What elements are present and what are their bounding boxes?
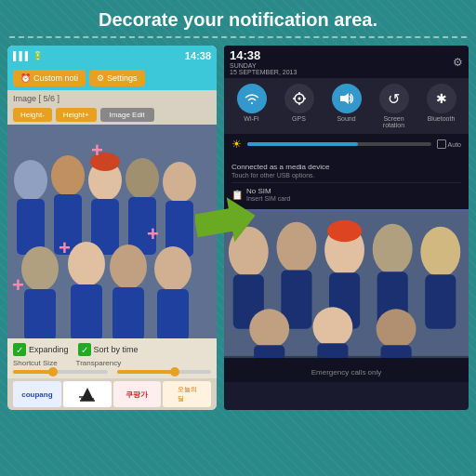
left-time: 14:38: [185, 50, 211, 61]
transparency-slider[interactable]: [117, 370, 212, 374]
usb-notif-title: Connected as a media device: [231, 162, 461, 172]
svg-rect-13: [24, 289, 56, 338]
ad-coupang2[interactable]: 쿠팡가: [113, 381, 162, 407]
alarm-icon: ⏰: [20, 73, 31, 83]
right-panel: 14:38 SUNDAY 15 SEPTEMBER, 2013 ⚙ Wi-Fi: [224, 46, 469, 410]
sort-label: Sort by time: [94, 345, 139, 354]
quick-settings-bar: Wi-Fi GPS Sound ↺ Screenrotation: [224, 78, 469, 134]
right-gear-icon[interactable]: ⚙: [453, 56, 463, 69]
wifi-quick-btn[interactable]: Wi-Fi: [237, 84, 267, 128]
svg-rect-19: [157, 289, 189, 338]
left-status-icons: ▌▌▌ 🔋: [13, 51, 181, 60]
svg-point-8: [126, 158, 159, 199]
svg-rect-52: [381, 345, 412, 358]
expanding-label: Expanding: [29, 345, 69, 354]
sound-icon: [332, 84, 362, 113]
sliders-row: [13, 370, 211, 374]
right-day: SUNDAY: [230, 62, 297, 69]
right-status-bar: 14:38 SUNDAY 15 SEPTEMBER, 2013 ⚙: [224, 46, 469, 78]
ads-row: coupang 쿠팡가 오늘의딜: [7, 378, 217, 410]
svg-point-18: [154, 246, 192, 291]
svg-rect-15: [71, 284, 102, 338]
brightness-slider[interactable]: [247, 142, 431, 146]
svg-point-16: [110, 245, 147, 289]
usb-notification: Connected as a media device Touch for ot…: [231, 158, 461, 183]
svg-point-14: [68, 242, 105, 286]
auto-checkbox[interactable]: [437, 139, 446, 149]
wifi-icon: [237, 84, 267, 113]
gps-quick-btn[interactable]: GPS: [284, 84, 314, 128]
svg-point-47: [249, 309, 289, 349]
svg-text:+: +: [59, 236, 71, 259]
gear-icon: ⚙: [97, 73, 104, 83]
sim-notification: 📋 No SIM Insert SIM card: [231, 183, 461, 205]
bluetooth-quick-btn[interactable]: ✱ Bluetooth: [427, 84, 456, 128]
notification-area: Connected as a media device Touch for ot…: [224, 154, 469, 209]
usb-notif-sub: Touch for other USB options.: [231, 172, 461, 178]
image-edit-button[interactable]: Image Edit: [100, 108, 154, 122]
arrow-overlay: [195, 195, 256, 250]
brightness-fill: [247, 142, 358, 146]
sound-quick-btn[interactable]: Sound: [332, 84, 362, 128]
svg-point-45: [420, 227, 460, 278]
svg-point-3: [51, 155, 85, 196]
expanding-checkbox-item: ✓ Expanding: [13, 343, 69, 356]
signal-icon: ▌▌▌: [13, 51, 31, 60]
background: Decorate your notification area. ▌▌▌ 🔋 1…: [0, 0, 476, 476]
sort-checkbox[interactable]: ✓: [78, 343, 91, 356]
wifi-label: Wi-Fi: [244, 115, 258, 122]
svg-rect-46: [425, 274, 456, 328]
bluetooth-icon: ✱: [427, 84, 456, 113]
svg-rect-48: [254, 345, 284, 358]
auto-label-group: Auto: [437, 139, 461, 149]
emergency-text: Emergency calls only: [311, 368, 382, 377]
svg-point-41: [327, 220, 362, 242]
page-title: Decorate your notification area.: [0, 0, 476, 36]
svg-text:+: +: [91, 139, 103, 162]
shortcut-slider[interactable]: [13, 370, 108, 374]
settings-button[interactable]: ⚙ Settings: [89, 70, 145, 86]
brightness-icon: ☀: [231, 138, 242, 151]
rotation-label: Screenrotation: [383, 115, 404, 128]
svg-point-29: [298, 98, 300, 100]
svg-point-51: [377, 309, 416, 349]
height-controls-row: Height- Height+ Image Edit: [7, 105, 217, 125]
battery-icon: 🔋: [33, 51, 43, 60]
left-bottom-controls: ✓ Expanding ✓ Sort by time Shortcut Size…: [7, 338, 217, 378]
expanding-checkbox[interactable]: ✓: [13, 343, 26, 356]
image-counter: Image [ 5/6 ]: [7, 90, 217, 105]
right-photo-area: [224, 209, 469, 358]
auto-text: Auto: [448, 141, 461, 148]
ad-today-deal[interactable]: 오늘의딜: [163, 381, 211, 407]
right-date: 15 SEPTEMBER, 2013: [230, 69, 297, 75]
bluetooth-label: Bluetooth: [428, 115, 456, 122]
emergency-bar: Emergency calls only: [224, 358, 469, 382]
left-status-bar: ▌▌▌ 🔋 14:38: [7, 46, 217, 66]
sort-checkbox-item: ✓ Sort by time: [78, 343, 139, 356]
custom-notif-button[interactable]: ⏰ Custom noti: [13, 70, 86, 86]
divider: [9, 36, 467, 38]
shortcut-row: Shortcut Size Transparency: [13, 359, 211, 367]
height-minus-button[interactable]: Height-: [13, 108, 52, 122]
panels-container: ▌▌▌ 🔋 14:38 ⏰ Custom noti ⚙ Settings Ima…: [0, 46, 476, 410]
gps-label: GPS: [292, 115, 306, 122]
svg-text:+: +: [147, 222, 159, 245]
ad-coupang[interactable]: coupang: [13, 381, 61, 407]
left-panel: ▌▌▌ 🔋 14:38 ⏰ Custom noti ⚙ Settings Ima…: [7, 46, 217, 410]
svg-point-1: [14, 160, 47, 201]
checkbox-row: ✓ Expanding ✓ Sort by time: [13, 343, 211, 356]
svg-point-10: [163, 162, 196, 203]
rotation-quick-btn[interactable]: ↺ Screenrotation: [379, 84, 409, 128]
height-plus-button[interactable]: Height+: [56, 108, 97, 122]
ad-adidas[interactable]: [63, 381, 112, 407]
svg-rect-17: [112, 287, 144, 338]
right-time-group: 14:38 SUNDAY 15 SEPTEMBER, 2013: [230, 48, 297, 75]
svg-point-43: [373, 224, 413, 275]
gps-icon: [284, 84, 314, 113]
right-time: 14:38: [230, 48, 297, 62]
brightness-row: ☀ Auto: [224, 134, 469, 154]
sound-label: Sound: [337, 115, 355, 122]
svg-point-49: [312, 308, 352, 348]
svg-marker-34: [340, 93, 349, 104]
svg-point-12: [21, 246, 59, 291]
